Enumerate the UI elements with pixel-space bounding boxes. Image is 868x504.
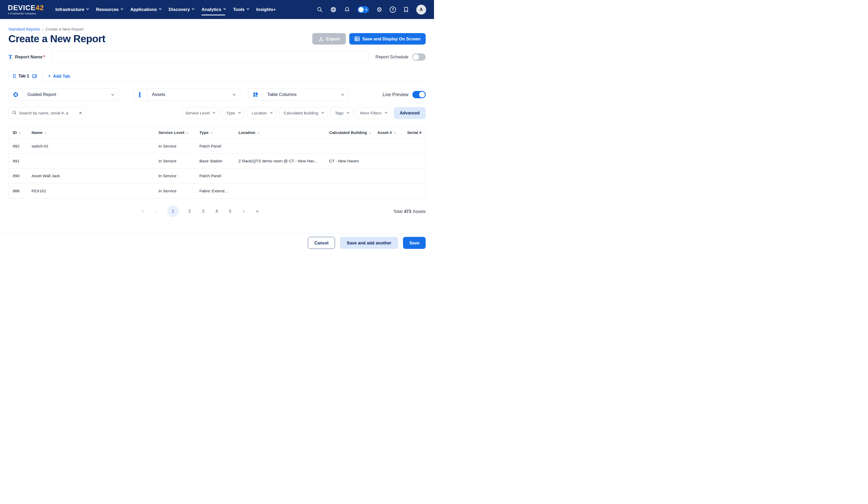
clear-search-icon[interactable]: ✕ [79,111,82,115]
nav-item-discovery[interactable]: Discovery [169,0,194,19]
column-header-location[interactable]: Location↑↓ [234,126,325,139]
plus-icon: + [48,73,51,79]
report-type-value: Guided Report [27,92,56,97]
sort-icon: ↑↓ [44,131,46,135]
footer-bar: Cancel Save and add another Save [0,233,434,252]
table-grid-icon [354,36,360,41]
object-type-value: Assets [152,92,165,97]
filter-tags[interactable]: Tags [331,107,353,119]
report-name-row: T Report Name* Report Schedule [8,51,426,63]
globe-icon[interactable] [330,7,337,13]
chevron-down-icon [213,111,215,114]
advanced-filters-button[interactable]: Advanced [394,107,426,119]
prev-page-button[interactable]: ‹ [154,209,159,214]
chevron-down-icon [321,111,324,114]
chevron-down-icon [192,7,195,10]
sort-icon: ↑↓ [210,131,213,135]
settings-gear-icon[interactable]: ⚙ [376,7,382,13]
nav-item-insights[interactable]: Insights+ [256,0,276,19]
column-header-name[interactable]: Name↑↓ [27,126,154,139]
avatar[interactable]: A [416,5,426,14]
nav-item-analytics[interactable]: Analytics [202,0,225,19]
required-mark: * [43,54,45,60]
live-preview-toggle[interactable] [412,91,426,98]
title-row: Create a New Report Export Save and Disp… [8,33,426,44]
main-menu: Infrastructure Resources Applications Di… [55,0,276,19]
report-schedule-label: Report Schedule [375,54,409,60]
drag-handle-icon[interactable] [13,74,16,78]
page-button-3[interactable]: 3 [200,209,206,214]
save-and-display-button[interactable]: Save and Display On Screen [349,33,426,44]
page: DEVICE42 A Freshworks Company Infrastruc… [0,0,434,252]
page-button-4[interactable]: 4 [214,209,219,214]
chevron-down-icon [86,7,89,10]
page-title: Create a New Report [8,33,105,44]
breadcrumb-standard-reports-link[interactable]: Standard Reports [8,27,40,32]
filter-location[interactable]: Location [247,107,277,119]
tab-1[interactable]: Tab 1 [8,71,42,81]
column-header-calculated-building[interactable]: Calculated Building↑↓ [325,126,373,139]
top-navbar: DEVICE42 A Freshworks Company Infrastruc… [0,0,434,19]
page-button-2[interactable]: 2 [187,209,192,214]
chevron-down-icon [347,111,349,114]
assets-table: ID↑↓ Name↑↓ Service Level↑↓ Type↑↓ Locat… [8,126,426,199]
cancel-button[interactable]: Cancel [308,237,335,249]
breadcrumb-separator: › [42,27,43,32]
toggle-knob [419,92,425,97]
report-schedule-toggle[interactable] [412,53,426,61]
table-row[interactable]: 888 FEX101 In Service Fabric Extend... [9,183,425,198]
total-value: 473 [404,209,411,214]
table-row[interactable]: 890 Asset Wall Jack In Service Patch Pan… [9,169,425,183]
column-header-asset-num[interactable]: Asset #↑↓ [373,126,403,139]
save-button[interactable]: Save [403,237,426,249]
nav-item-infrastructure[interactable]: Infrastructure [55,0,89,19]
report-type-select[interactable]: Guided Report [8,88,119,101]
edit-tab-icon[interactable] [32,73,38,79]
next-page-button[interactable]: › [241,209,247,214]
save-and-add-another-button[interactable]: Save and add another [340,237,398,249]
table-row[interactable]: 891 In Service Base Station Z Rack(QTS d… [9,154,425,169]
logo[interactable]: DEVICE42 A Freshworks Company [8,4,44,15]
nav-item-tools[interactable]: Tools [233,0,248,19]
filter-calculated-building[interactable]: Calculated Building [279,107,328,119]
export-button[interactable]: Export [312,33,346,44]
page-button-5[interactable]: 5 [227,209,233,214]
columns-value: Table Columns [267,92,296,97]
first-page-button[interactable]: « [140,209,146,214]
chevron-down-icon [384,111,387,114]
guided-report-icon [9,88,23,101]
table-row[interactable]: 892 switch-01 In Service Patch Panel [9,139,425,154]
navbar-actions: ☀ ⚙ ? A [317,5,426,14]
notifications-bell-icon[interactable] [344,7,350,13]
table-search-input[interactable] [19,111,76,115]
logo-42: 42 [36,4,44,12]
pagination-row: « ‹ 1 2 3 4 5 › » Total 473 Assets [8,206,426,217]
report-name-input[interactable] [52,51,369,63]
add-tab-button[interactable]: + Add Tab [48,73,70,79]
column-header-service-level[interactable]: Service Level↑↓ [154,126,195,139]
filter-type[interactable]: Type [222,107,245,119]
chevron-down-icon [121,7,123,10]
column-header-serial-num[interactable]: Serial # [403,126,425,139]
filter-more-filters[interactable]: More Filters [356,107,391,119]
chevron-down-icon [111,93,114,96]
last-page-button[interactable]: » [255,209,260,214]
filter-row: ✕ Service Level Type Location Calculated… [8,107,426,119]
nav-item-resources[interactable]: Resources [96,0,123,19]
columns-select[interactable]: Table Columns [248,88,349,101]
nav-item-applications[interactable]: Applications [130,0,161,19]
toggle-knob [359,7,364,12]
help-icon[interactable]: ? [390,7,396,13]
bookmark-icon[interactable] [403,7,409,13]
wrench-icon [133,88,147,101]
object-type-select[interactable]: Assets [133,88,240,101]
search-icon[interactable] [317,7,323,12]
toggle-knob [413,54,419,60]
column-header-id[interactable]: ID↑↓ [9,126,27,139]
chevron-down-icon [247,7,249,10]
page-button-1[interactable]: 1 [167,206,179,217]
chevron-down-icon [224,7,226,10]
filter-service-level[interactable]: Service Level [181,107,219,119]
theme-toggle[interactable]: ☀ [358,6,369,13]
column-header-type[interactable]: Type↑↓ [195,126,234,139]
